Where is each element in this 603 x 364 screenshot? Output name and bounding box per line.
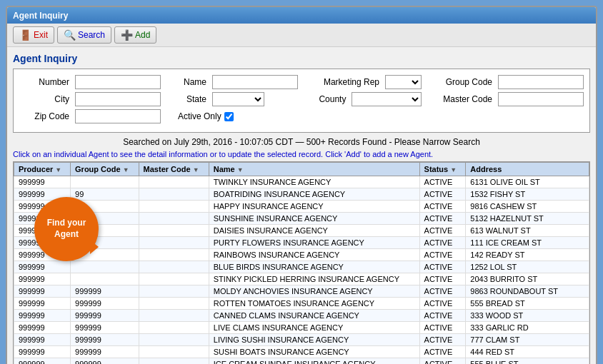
zip-code-input[interactable] bbox=[75, 109, 161, 123]
cell-master bbox=[139, 310, 209, 322]
col-header-status[interactable]: Status ▼ bbox=[419, 163, 466, 176]
cell-status: ACTIVE bbox=[419, 213, 466, 225]
cell-producer: 999999 bbox=[14, 322, 71, 334]
cell-address: 777 CLAM ST bbox=[466, 334, 589, 346]
find-agent-bubble: Find your Agent bbox=[34, 197, 99, 261]
cell-master bbox=[139, 334, 209, 346]
county-select[interactable] bbox=[352, 92, 422, 106]
city-label: City bbox=[19, 94, 69, 104]
cell-master bbox=[139, 298, 209, 310]
cell-address: 1252 LOL ST bbox=[466, 261, 589, 273]
form-row-2: City State County Master Code bbox=[19, 92, 584, 106]
cell-master bbox=[139, 322, 209, 334]
table-row[interactable]: 999999 HAPPY INSURANCE AGENCY ACTIVE 981… bbox=[14, 201, 589, 213]
col-header-address[interactable]: Address bbox=[466, 163, 589, 176]
cell-status: ACTIVE bbox=[419, 358, 466, 365]
table-row[interactable]: 999999 TWINKLY INSURANCE AGENCY ACTIVE 6… bbox=[14, 176, 589, 188]
col-header-name[interactable]: Name ▼ bbox=[209, 163, 419, 176]
cell-master bbox=[139, 285, 209, 298]
cell-name: DAISIES INSURANCE AGENCY bbox=[209, 225, 419, 237]
cell-status: ACTIVE bbox=[419, 176, 466, 188]
active-only-label: Active Only bbox=[178, 111, 221, 121]
master-code-input[interactable] bbox=[498, 92, 584, 106]
cell-name: HAPPY INSURANCE AGENCY bbox=[209, 201, 419, 213]
cell-status: ACTIVE bbox=[419, 237, 466, 249]
sort-arrow-master: ▼ bbox=[193, 166, 199, 173]
table-row[interactable]: 999999 999999 SUSHI BOATS INSURANCE AGEN… bbox=[14, 346, 589, 358]
table-header: Producer ▼ Group Code ▼ Master Code ▼ Na… bbox=[14, 163, 589, 176]
table-row[interactable]: 999999 BLUE BIRDS INSURANCE AGENCY ACTIV… bbox=[14, 261, 589, 273]
search-form: Number Name Marketing Rep Group Code Cit… bbox=[13, 69, 590, 133]
cell-status: ACTIVE bbox=[419, 298, 466, 310]
cell-name: PURTY FLOWERS INSURANCE AGENCY bbox=[209, 237, 419, 249]
form-row-3: Zip Code Active Only bbox=[19, 109, 584, 123]
marketing-rep-select[interactable] bbox=[385, 75, 422, 89]
table-wrapper[interactable]: Producer ▼ Group Code ▼ Master Code ▼ Na… bbox=[13, 161, 590, 364]
cell-producer: 999999 bbox=[14, 334, 71, 346]
results-table: Producer ▼ Group Code ▼ Master Code ▼ Na… bbox=[14, 162, 589, 364]
group-code-label: Group Code bbox=[439, 77, 492, 87]
toolbar: 🚪 Exit 🔍 Search ➕ Add bbox=[7, 24, 596, 47]
cell-address: 142 READY ST bbox=[466, 249, 589, 261]
active-only-container: Active Only bbox=[178, 111, 234, 121]
cell-group: 999999 bbox=[71, 322, 139, 334]
instruction-text: Click on an individual Agent to see the … bbox=[13, 150, 590, 158]
cell-group: 999999 bbox=[71, 346, 139, 358]
col-header-group[interactable]: Group Code ▼ bbox=[71, 163, 139, 176]
cell-status: ACTIVE bbox=[419, 273, 466, 285]
table-row[interactable]: 999999 999999 ICE CREAM SUNDAE INSURANCE… bbox=[14, 358, 589, 365]
cell-producer: 999999 bbox=[14, 346, 71, 358]
cell-address: 333 WOOD ST bbox=[466, 310, 589, 322]
sort-arrow-producer: ▼ bbox=[55, 166, 61, 173]
cell-status: ACTIVE bbox=[419, 322, 466, 334]
cell-name: STINKY PICKLED HERRING INSURANCE AGENCY bbox=[209, 273, 419, 285]
table-row[interactable]: 999999 99 BOATRIDING INSURANCE AGENCY AC… bbox=[14, 188, 589, 201]
cell-master bbox=[139, 237, 209, 249]
county-label: County bbox=[281, 94, 346, 104]
cell-master bbox=[139, 213, 209, 225]
col-header-master[interactable]: Master Code ▼ bbox=[139, 163, 209, 176]
cell-master bbox=[139, 188, 209, 201]
cell-address: 613 WALNUT ST bbox=[466, 225, 589, 237]
active-only-checkbox[interactable] bbox=[224, 112, 234, 121]
cell-address: 444 RED ST bbox=[466, 346, 589, 358]
city-input[interactable] bbox=[75, 92, 161, 106]
cell-group bbox=[71, 261, 139, 273]
name-label: Name bbox=[178, 77, 206, 87]
cell-producer: 999999 bbox=[14, 358, 71, 365]
cell-status: ACTIVE bbox=[419, 346, 466, 358]
state-select[interactable] bbox=[212, 92, 264, 106]
table-row[interactable]: 999999 999999 LIVING SUSHI INSURANCE AGE… bbox=[14, 334, 589, 346]
table-row[interactable]: 999999 DAISIES INSURANCE AGENCY ACTIVE 6… bbox=[14, 225, 589, 237]
table-row[interactable]: 999999 999999 ROTTEN TOMATOES INSURANCE … bbox=[14, 298, 589, 310]
cell-address: 6131 OLIVE OIL ST bbox=[466, 176, 589, 188]
cell-name: SUSHI BOATS INSURANCE AGENCY bbox=[209, 346, 419, 358]
search-button[interactable]: 🔍 Search bbox=[57, 26, 111, 44]
col-header-producer[interactable]: Producer ▼ bbox=[14, 163, 71, 176]
table-row[interactable]: 999999 999999 MOLDY ANCHOVIES INSURANCE … bbox=[14, 285, 589, 298]
cell-name: LIVE CLAMS INSURANCE AGENCY bbox=[209, 322, 419, 334]
name-input[interactable] bbox=[212, 75, 298, 89]
cell-status: ACTIVE bbox=[419, 285, 466, 298]
number-input[interactable] bbox=[75, 75, 161, 89]
cell-address: 1532 FISHY ST bbox=[466, 188, 589, 201]
cell-master bbox=[139, 346, 209, 358]
table-row[interactable]: 999999 STINKY PICKLED HERRING INSURANCE … bbox=[14, 273, 589, 285]
cell-status: ACTIVE bbox=[419, 261, 466, 273]
cell-group: 999999 bbox=[71, 334, 139, 346]
table-row[interactable]: 999999 999999 CANNED CLAMS INSURANCE AGE… bbox=[14, 310, 589, 322]
cell-producer: 999999 bbox=[14, 261, 71, 273]
table-row[interactable]: 999999 999999 LIVE CLAMS INSURANCE AGENC… bbox=[14, 322, 589, 334]
master-code-label: Master Code bbox=[439, 94, 492, 104]
sort-arrow-group: ▼ bbox=[123, 166, 129, 173]
add-button[interactable]: ➕ Add bbox=[114, 26, 156, 44]
exit-button[interactable]: 🚪 Exit bbox=[13, 26, 54, 44]
cell-address: 9863 ROUNDABOUT ST bbox=[466, 285, 589, 298]
cell-master bbox=[139, 273, 209, 285]
cell-name: RAINBOWS INSURANCE AGENCY bbox=[209, 249, 419, 261]
group-code-input[interactable] bbox=[498, 75, 584, 89]
cell-name: ROTTEN TOMATOES INSURANCE AGENCY bbox=[209, 298, 419, 310]
cell-name: BOATRIDING INSURANCE AGENCY bbox=[209, 188, 419, 201]
table-row[interactable]: 999999 SUNSHINE INSURANCE AGENCY ACTIVE … bbox=[14, 213, 589, 225]
cell-name: CANNED CLAMS INSURANCE AGENCY bbox=[209, 310, 419, 322]
